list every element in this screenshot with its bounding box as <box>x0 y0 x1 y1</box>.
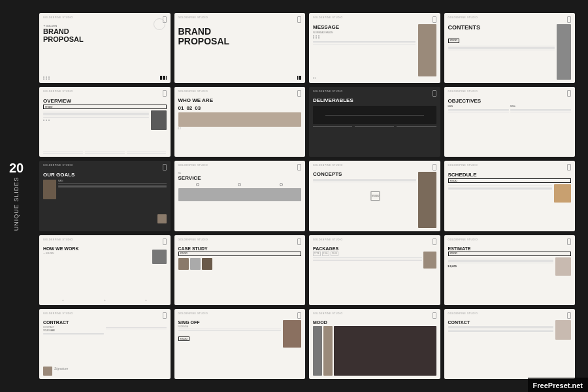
slide-12-badge: STUDIO <box>448 178 572 183</box>
slide-8-studio: GOLDENPINE STUDIO <box>448 90 478 93</box>
slide-17-lines <box>43 333 104 335</box>
slide-17-label: CONTRACT <box>43 326 104 329</box>
slide-6-numbers: 01 02 03 <box>178 105 302 111</box>
slide-13-icon <box>163 238 167 245</box>
slide-11[interactable]: GOLDENPINE STUDIO CONCEPTS STUDIO <box>309 161 440 231</box>
slide-20-studio: GOLDENPINE STUDIO <box>448 312 478 315</box>
slide-5-image <box>151 110 167 130</box>
slide-5-text-cols <box>43 152 167 154</box>
slide-18[interactable]: GOLDENPINE STUDIO SING OFF FLORINDA STUD… <box>174 309 306 379</box>
slide-7-image <box>313 106 436 124</box>
slide-3-name: FLORINDA JOHNSON <box>313 31 416 34</box>
slide-15[interactable]: GOLDENPINE STUDIO PACKAGES TYPE FULL PLU… <box>309 235 440 305</box>
slide-16-title: ESTIMATE <box>448 246 572 251</box>
slide-5-studio: GOLDENPINE STUDIO <box>43 90 73 93</box>
slide-19[interactable]: GOLDENPINE STUDIO MOOD <box>309 309 440 379</box>
slide-6-studio: GOLDENPINE STUDIO <box>178 90 208 93</box>
slide-11-lines <box>313 179 416 182</box>
slide-14-studio: GOLDENPINE STUDIO <box>178 238 208 241</box>
slide-17-icon <box>163 312 167 319</box>
slide-13[interactable]: GOLDENPINE STUDIO HOW WE WORK ✦ GOLDEN ①… <box>39 235 171 305</box>
slide-18-icon <box>297 312 301 319</box>
slide-15-title: PACKAGES <box>313 246 436 251</box>
side-label: 20 Unique Slides <box>9 161 24 231</box>
slide-5-lines <box>43 112 149 118</box>
slide-1-dots <box>43 76 50 80</box>
slide-12[interactable]: GOLDENPINE STUDIO SCHEDULE STUDIO <box>444 161 576 231</box>
slide-4[interactable]: GOLDENPINE STUDIO CONTENTS STUDIO <box>444 13 576 83</box>
slide-8-icon <box>567 90 571 97</box>
slide-8-label: MAIN <box>448 105 509 108</box>
slide-2-icon <box>297 16 301 23</box>
slide-14-title: CASE STUDY <box>178 246 302 251</box>
slide-8[interactable]: GOLDENPINE STUDIO OBJECTIVES MAIN GOAL <box>444 87 576 157</box>
slide-14-icon <box>297 238 301 245</box>
slide-6-image <box>178 112 302 127</box>
slide-18-name: FLORINDA <box>178 325 282 328</box>
slide-9[interactable]: GOLDENPINE STUDIO OUR GOALS MAIN <box>39 161 171 231</box>
slide-17[interactable]: GOLDENPINE STUDIO CONTRACT CONTRACT YOUR… <box>39 309 171 379</box>
slide-19-images <box>313 326 436 376</box>
slide-14[interactable]: GOLDENPINE STUDIO CASE STUDY STUDIO <box>174 235 306 305</box>
slide-20-icon <box>567 312 571 319</box>
slide-17-content: CONTRACT YOUR NAME <box>43 326 167 365</box>
slide-4-icon <box>567 16 571 23</box>
main-container: 20 Unique Slides GOLDENPINE STUDIO ✦ GOL… <box>0 0 588 392</box>
slide-8-label2: GOAL <box>510 105 571 108</box>
slide-2[interactable]: GOLDENPINE STUDIO BRANDPROPOSAL <box>174 13 306 83</box>
slide-3[interactable]: GOLDENPINE STUDIO MESSAGE FLORINDA JOHNS… <box>309 13 440 83</box>
slide-15-icon <box>433 238 436 245</box>
slide-7-icon <box>433 90 436 97</box>
slide-7-studio: GOLDENPINE STUDIO <box>313 90 343 93</box>
slide-16[interactable]: GOLDENPINE STUDIO ESTIMATE STUDIO $ 0,00… <box>444 235 576 305</box>
slide-9-lines <box>58 185 167 188</box>
slide-20-lines <box>448 326 554 332</box>
slide-6-title: WHO WE ARE <box>178 98 302 104</box>
slide-6-icon <box>297 90 301 97</box>
slide-12-image <box>554 184 571 203</box>
slide-20[interactable]: GOLDENPINE STUDIO CONTACT <box>444 309 576 379</box>
slide-1[interactable]: GOLDENPINE STUDIO ✦ GOLDEN BRANDPROPOSAL <box>39 13 171 83</box>
slide-14-images <box>178 258 302 270</box>
slide-7[interactable]: GOLDENPINE STUDIO DELIVERABLES <box>309 87 440 157</box>
slide-18-badge: STUDIO <box>178 336 189 341</box>
slide-11-title: CONCEPTS <box>313 172 416 178</box>
slide-9-icon <box>163 164 167 171</box>
slide-16-content: $ 0,000 <box>448 257 572 302</box>
slide-3-footer: 0 1 <box>313 77 436 80</box>
slide-5[interactable]: GOLDENPINE STUDIO OVERVIEW STUDIO <box>39 87 171 157</box>
unique-slides-label: Unique Slides <box>13 177 20 231</box>
slide-13-title: HOW WE WORK <box>43 246 167 251</box>
slide-16-badge: STUDIO <box>448 252 572 256</box>
slide-12-lines <box>448 186 553 190</box>
slide-18-studio: GOLDENPINE STUDIO <box>178 312 208 315</box>
slide-9-div <box>58 183 167 184</box>
slide-16-image <box>555 257 571 276</box>
slide-15-lines <box>313 257 422 261</box>
slide-1-studio: GOLDENPINE STUDIO <box>43 16 73 19</box>
slide-7-title: DELIVERABLES <box>313 98 436 104</box>
slide-9-image2 <box>157 214 167 223</box>
slide-13-studio: GOLDENPINE STUDIO <box>43 238 73 241</box>
slide-2-title: BRANDPROPOSAL <box>178 27 302 46</box>
slide-5-title: OVERVIEW <box>43 98 167 104</box>
slide-16-studio: GOLDENPINE STUDIO <box>448 238 478 241</box>
slide-17-studio: GOLDENPINE STUDIO <box>43 312 73 315</box>
slide-10-image <box>178 188 302 201</box>
slide-10[interactable]: GOLDENPINE STUDIO SC SERVICE <box>174 161 306 231</box>
slide-2-barcode <box>297 76 301 80</box>
slide-10-icon <box>297 164 301 171</box>
slide-3-lines <box>313 41 416 44</box>
slide-7-cols <box>313 126 436 127</box>
slide-1-barcode <box>160 76 167 80</box>
slide-8-lines2 <box>510 109 571 112</box>
slide-4-image <box>557 24 571 80</box>
slide-8-lines1 <box>448 109 509 112</box>
slide-13-golden: ✦ GOLDEN <box>43 252 167 255</box>
slide-18-title: SING OFF <box>178 320 282 325</box>
slide-9-studio: GOLDENPINE STUDIO <box>43 164 73 167</box>
slide-17-images: Signature <box>43 367 167 376</box>
slide-1-circle <box>154 18 165 30</box>
slide-6[interactable]: GOLDENPINE STUDIO WHO WE ARE 01 02 03 0 … <box>174 87 306 157</box>
slide-10-title: SERVICE <box>178 175 302 181</box>
